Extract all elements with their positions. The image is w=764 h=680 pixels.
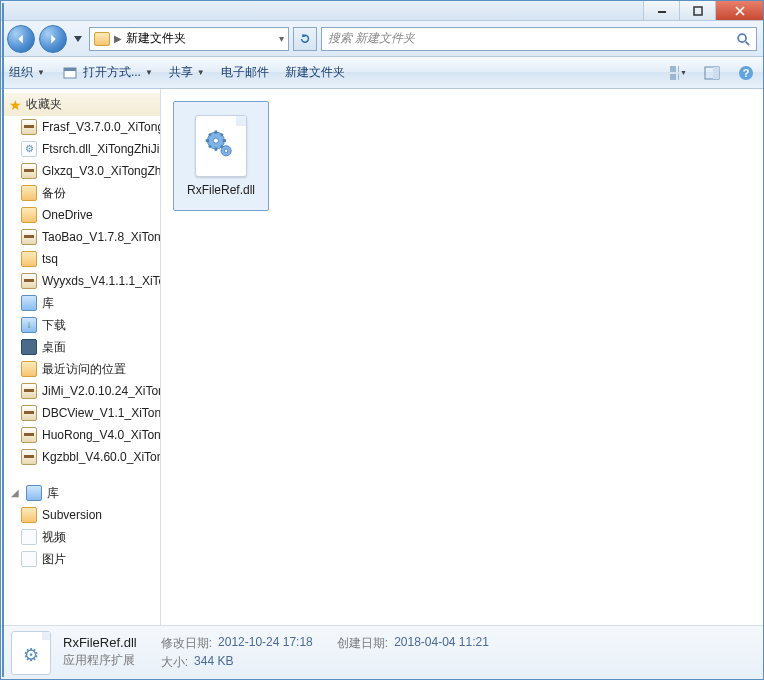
rar-icon (21, 163, 37, 179)
rar-icon (21, 449, 37, 465)
dl-icon (21, 317, 37, 333)
vid-icon (21, 529, 37, 545)
folder-icon (21, 207, 37, 223)
svg-point-2 (738, 34, 746, 42)
pic-icon (21, 551, 37, 567)
svg-line-23 (221, 134, 223, 136)
svg-text:?: ? (743, 67, 750, 79)
organize-menu[interactable]: 组织▼ (9, 64, 45, 81)
svg-rect-0 (658, 11, 666, 13)
desk-icon (21, 339, 37, 355)
sidebar-item[interactable]: Kgzbbl_V4.60.0_XiTongZhiJia (1, 446, 160, 468)
main-area: ★ 收藏夹 Frasf_V3.7.0.0_XiTongZhiJiaFtsrch.… (1, 89, 763, 625)
svg-rect-5 (670, 66, 676, 72)
expand-toggle-icon[interactable]: ◢ (11, 484, 21, 502)
file-label: RxFileRef.dll (187, 183, 255, 197)
dll-file-icon (195, 115, 247, 177)
forward-button[interactable] (39, 25, 67, 53)
breadcrumb-chevron-icon: ▶ (114, 33, 122, 44)
dll-icon (21, 141, 37, 157)
sidebar-item[interactable]: 桌面 (1, 336, 160, 358)
details-created: 2018-04-04 11:21 (394, 635, 489, 652)
file-item-selected[interactable]: RxFileRef.dll (173, 101, 269, 211)
folder-icon (21, 251, 37, 267)
open-with-icon (61, 64, 79, 82)
details-filename: RxFileRef.dll (63, 635, 137, 650)
folder-icon (21, 507, 37, 523)
svg-rect-10 (713, 67, 719, 79)
libraries-header[interactable]: ◢ 库 (1, 482, 160, 504)
svg-rect-6 (678, 66, 679, 72)
favorites-header[interactable]: ★ 收藏夹 (1, 93, 160, 116)
sidebar-item[interactable]: 备份 (1, 182, 160, 204)
file-list[interactable]: RxFileRef.dll (161, 89, 763, 625)
address-dropdown-icon[interactable]: ▾ (279, 33, 284, 44)
preview-pane-button[interactable] (703, 64, 721, 82)
sidebar-item[interactable]: HuoRong_V4.0_XiTongZhiJia (1, 424, 160, 446)
history-dropdown[interactable] (71, 25, 85, 53)
help-button[interactable]: ? (737, 64, 755, 82)
sidebar-item[interactable]: Wyyxds_V4.1.1.1_XiTongZhiJia (1, 270, 160, 292)
navigation-bar: ▶ 新建文件夹 ▾ 搜索 新建文件夹 (1, 21, 763, 57)
sidebar-item[interactable]: Glxzq_V3.0_XiTongZhiJia (1, 160, 160, 182)
sidebar-item[interactable]: 图片 (1, 548, 160, 570)
details-pane: ⚙ RxFileRef.dll 应用程序扩展 修改日期:2012-10-24 1… (1, 625, 763, 679)
rar-icon (21, 273, 37, 289)
svg-rect-1 (694, 7, 702, 15)
details-size: 344 KB (194, 654, 233, 671)
rar-icon (21, 383, 37, 399)
svg-rect-7 (670, 74, 676, 80)
svg-line-24 (209, 146, 211, 148)
rar-icon (21, 427, 37, 443)
share-menu[interactable]: 共享▼ (169, 64, 205, 81)
navigation-pane[interactable]: ★ 收藏夹 Frasf_V3.7.0.0_XiTongZhiJiaFtsrch.… (1, 89, 161, 625)
sidebar-item[interactable]: 下载 (1, 314, 160, 336)
search-box[interactable]: 搜索 新建文件夹 (321, 27, 757, 51)
maximize-button[interactable] (679, 1, 715, 20)
breadcrumb-path: 新建文件夹 (126, 30, 186, 47)
close-button[interactable] (715, 1, 763, 20)
folder-icon (94, 32, 110, 46)
svg-line-22 (221, 146, 223, 148)
details-file-icon: ⚙ (11, 631, 51, 675)
svg-line-21 (209, 134, 211, 136)
explorer-window: ▶ 新建文件夹 ▾ 搜索 新建文件夹 组织▼ 打开方式...▼ 共享▼ 电子邮件… (0, 0, 764, 680)
star-icon: ★ (9, 97, 22, 113)
sidebar-item[interactable]: Subversion (1, 504, 160, 526)
sidebar-item[interactable]: 视频 (1, 526, 160, 548)
sidebar-item[interactable]: tsq (1, 248, 160, 270)
sidebar-item[interactable]: 最近访问的位置 (1, 358, 160, 380)
library-icon (26, 485, 42, 501)
svg-point-16 (224, 149, 227, 152)
lib-icon (21, 295, 37, 311)
sidebar-item[interactable]: Frasf_V3.7.0.0_XiTongZhiJia (1, 116, 160, 138)
search-icon (736, 32, 750, 46)
open-with-button[interactable]: 打开方式...▼ (61, 64, 153, 82)
sidebar-item[interactable]: 库 (1, 292, 160, 314)
titlebar (1, 1, 763, 21)
search-placeholder: 搜索 新建文件夹 (328, 30, 415, 47)
address-bar[interactable]: ▶ 新建文件夹 ▾ (89, 27, 289, 51)
sidebar-item[interactable]: JiMi_V2.0.10.24_XiTongZhiJia (1, 380, 160, 402)
rar-icon (21, 229, 37, 245)
svg-rect-4 (64, 68, 76, 71)
minimize-button[interactable] (643, 1, 679, 20)
sidebar-item[interactable]: DBCView_V1.1_XiTongZhiJia (1, 402, 160, 424)
sidebar-item[interactable]: Ftsrch.dll_XiTongZhiJia (1, 138, 160, 160)
details-modified: 2012-10-24 17:18 (218, 635, 313, 652)
back-button[interactable] (7, 25, 35, 53)
svg-rect-8 (678, 74, 679, 80)
details-filetype: 应用程序扩展 (63, 652, 137, 669)
command-bar: 组织▼ 打开方式...▼ 共享▼ 电子邮件 新建文件夹 ▼ ? (1, 57, 763, 89)
svg-point-14 (213, 138, 218, 143)
email-button[interactable]: 电子邮件 (221, 64, 269, 81)
sidebar-item[interactable]: OneDrive (1, 204, 160, 226)
new-folder-button[interactable]: 新建文件夹 (285, 64, 345, 81)
rar-icon (21, 119, 37, 135)
view-options-button[interactable]: ▼ (669, 64, 687, 82)
rar-icon (21, 405, 37, 421)
refresh-button[interactable] (293, 27, 317, 51)
folder-icon (21, 361, 37, 377)
folder-icon (21, 185, 37, 201)
sidebar-item[interactable]: TaoBao_V1.7.8_XiTongZhiJia (1, 226, 160, 248)
